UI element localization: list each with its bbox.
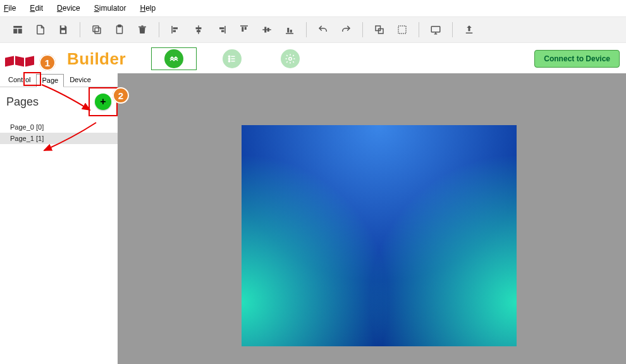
svg-point-36 (228, 61, 230, 62)
toolbar-redo[interactable] (334, 18, 357, 41)
annotation-callout-2: 2 (113, 87, 129, 104)
sidebar-title: Pages (6, 95, 39, 109)
svg-rect-12 (198, 25, 199, 34)
svg-rect-8 (118, 25, 121, 27)
toolbar-separator (159, 22, 159, 37)
svg-rect-19 (242, 27, 243, 32)
svg-rect-2 (18, 29, 22, 34)
toolbar-separator (419, 22, 419, 37)
settings-mode-icon (281, 49, 300, 68)
svg-rect-9 (171, 26, 173, 33)
svg-rect-16 (219, 27, 224, 29)
toolbar-separator (452, 22, 453, 37)
svg-rect-18 (240, 25, 248, 27)
toolbar-separator (80, 22, 80, 37)
menubar: File Edit Device Simulator Help (0, 0, 626, 16)
svg-rect-3 (61, 25, 64, 28)
app-logo: Builder (4, 46, 126, 71)
toolbar-align-center-v[interactable] (255, 18, 278, 41)
svg-rect-30 (431, 27, 440, 32)
svg-rect-14 (197, 30, 200, 32)
svg-rect-11 (173, 30, 176, 32)
menu-simulator[interactable]: Simulator (94, 4, 126, 13)
menu-device[interactable]: Device (57, 4, 80, 13)
toolbar-delete[interactable] (131, 18, 154, 41)
svg-rect-17 (221, 30, 224, 32)
toolbar-separator (306, 22, 307, 37)
svg-rect-25 (287, 28, 289, 33)
header-row: Builder Connect to Device (0, 43, 626, 73)
svg-rect-31 (466, 33, 473, 34)
svg-rect-13 (196, 27, 202, 29)
toolbar-preview[interactable] (424, 18, 447, 41)
menu-file[interactable]: File (4, 4, 16, 13)
sidebar-tab-page[interactable]: Page (36, 74, 64, 87)
toolbar-new-file[interactable] (29, 18, 52, 41)
connect-to-device-button[interactable]: Connect to Device (534, 50, 620, 68)
svg-rect-5 (95, 28, 101, 33)
toolbar-paste[interactable] (108, 18, 131, 41)
svg-point-32 (228, 56, 230, 57)
menu-edit[interactable]: Edit (30, 4, 43, 13)
sidebar-tab-device[interactable]: Device (64, 73, 97, 87)
toolbar-align-bottom[interactable] (278, 18, 301, 41)
toolbar-separator (362, 22, 363, 37)
toolbar-select-area[interactable] (391, 18, 414, 41)
svg-rect-22 (264, 27, 266, 33)
svg-rect-24 (286, 33, 293, 34)
canvas-area[interactable] (118, 73, 626, 364)
annotation-callout-1: 1 (39, 54, 56, 71)
toolbar-upload[interactable] (458, 18, 481, 41)
sidebar-tab-control[interactable]: Control (3, 73, 36, 87)
main-area: Control Page Device Pages + Page_0 [0] P… (0, 73, 626, 364)
toolbar-insert-table[interactable] (6, 18, 29, 41)
toolbar-save[interactable] (52, 18, 75, 41)
svg-rect-26 (290, 30, 292, 33)
page-list: Page_0 [0] Page_1 [1] (0, 121, 118, 144)
toolbar-bring-forward[interactable] (368, 18, 391, 41)
svg-rect-10 (173, 27, 178, 29)
toolbar-copy[interactable] (85, 18, 108, 41)
svg-rect-1 (13, 29, 17, 34)
app-title: Builder (67, 49, 126, 69)
logo-mark-icon (5, 52, 34, 66)
svg-rect-0 (13, 26, 22, 28)
svg-rect-29 (398, 26, 406, 33)
sidebar-header: Pages + (0, 87, 118, 112)
mode-list-button[interactable] (209, 47, 255, 70)
toolbar-align-left[interactable] (164, 18, 187, 41)
page-item-0[interactable]: Page_0 [0] (0, 121, 118, 133)
list-mode-icon (223, 49, 242, 68)
svg-rect-23 (267, 28, 269, 32)
mode-design-button[interactable] (151, 47, 197, 70)
mode-settings-button[interactable] (267, 47, 313, 70)
design-canvas[interactable] (242, 125, 517, 346)
design-mode-icon (164, 49, 183, 68)
sidebar-tabs: Control Page Device (0, 73, 118, 87)
svg-rect-15 (224, 26, 226, 33)
svg-rect-4 (61, 30, 65, 33)
mode-switcher (151, 47, 313, 70)
page-item-1[interactable]: Page_1 [1] (0, 133, 118, 144)
svg-rect-6 (93, 26, 99, 32)
menu-help[interactable]: Help (140, 4, 156, 13)
toolbar-undo[interactable] (312, 18, 334, 41)
svg-point-38 (289, 58, 292, 61)
svg-rect-21 (262, 29, 271, 30)
svg-rect-20 (245, 27, 247, 30)
toolbar-align-center-h[interactable] (187, 18, 210, 41)
sidebar: Control Page Device Pages + Page_0 [0] P… (0, 73, 118, 364)
toolbar-align-right[interactable] (210, 18, 233, 41)
toolbar-align-top[interactable] (233, 18, 255, 41)
toolbar (0, 16, 626, 43)
svg-point-34 (228, 58, 230, 59)
